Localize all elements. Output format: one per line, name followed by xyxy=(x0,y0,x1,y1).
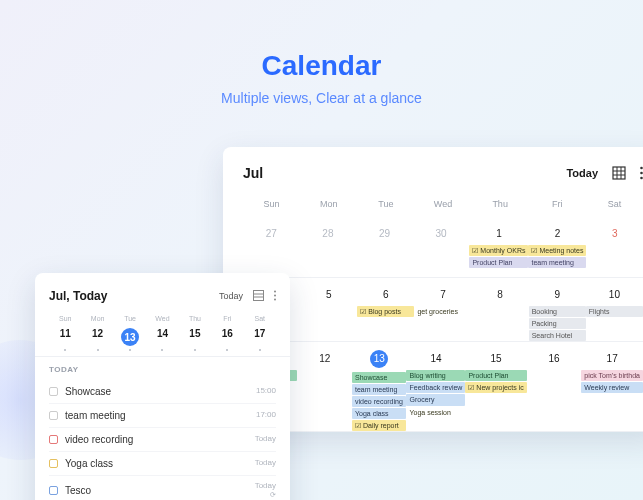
hero-title: Calendar xyxy=(0,0,643,82)
calendar-event[interactable]: Packing xyxy=(529,318,586,329)
svg-point-12 xyxy=(274,295,276,297)
day-of-week-label: Fri xyxy=(211,315,243,322)
date-number: 2 xyxy=(555,228,561,239)
date-number: 30 xyxy=(436,228,447,239)
agenda-date[interactable]: 14 xyxy=(146,326,178,348)
date-cell[interactable]: 1☑ Monthly OKRsProduct Plan xyxy=(469,217,528,277)
view-grid-icon[interactable] xyxy=(612,166,626,180)
date-number: 6 xyxy=(383,289,389,300)
date-number: 14 xyxy=(430,353,441,364)
calendar-event[interactable]: Feedback review xyxy=(406,382,465,393)
agenda-item-meta: Today xyxy=(255,435,276,444)
checkbox-icon[interactable] xyxy=(49,411,58,420)
date-cell[interactable]: 9BookingPackingSearch Hotel xyxy=(529,278,586,341)
date-number: 7 xyxy=(440,289,446,300)
date-cell[interactable]: 3 xyxy=(586,217,643,277)
checkbox-icon[interactable] xyxy=(49,387,58,396)
date-cell[interactable]: 30 xyxy=(413,217,470,277)
agenda-item[interactable]: Yoga classToday xyxy=(49,452,276,476)
calendar-event[interactable]: Flights xyxy=(586,306,643,317)
calendar-event[interactable]: get groceries xyxy=(414,306,471,317)
date-number: 28 xyxy=(322,228,333,239)
calendar-event[interactable]: ☑ Meeting notes xyxy=(528,245,586,256)
agenda-item-meta: Today xyxy=(255,459,276,468)
date-cell[interactable]: 10Flights xyxy=(586,278,643,341)
day-of-week-label: Mon xyxy=(300,195,357,217)
calendar-event[interactable]: Yoga session xyxy=(406,407,465,418)
checkbox-icon[interactable] xyxy=(49,435,58,444)
day-of-week-label: Sat xyxy=(586,195,643,217)
agenda-item[interactable]: TescoToday⟳ xyxy=(49,476,276,500)
date-cell[interactable]: 5 xyxy=(300,278,357,341)
svg-point-5 xyxy=(640,167,643,170)
date-cell[interactable]: 6☑ Blog posts xyxy=(357,278,414,341)
agenda-date[interactable]: 15 xyxy=(179,326,211,348)
svg-point-13 xyxy=(274,299,276,301)
date-number: 3 xyxy=(612,228,618,239)
calendar-event[interactable]: ☑ New projects ic xyxy=(465,382,526,393)
date-cell[interactable]: 15Product Plan☑ New projects ic xyxy=(465,342,526,431)
calendar-event[interactable]: pick Tom's birthda xyxy=(581,370,643,381)
agenda-item-text: video recording xyxy=(65,434,133,445)
agenda-more-icon[interactable] xyxy=(274,287,276,305)
date-number: 15 xyxy=(491,353,502,364)
svg-point-7 xyxy=(640,177,643,180)
date-cell[interactable]: 2☑ Meeting notesteam meeting xyxy=(528,217,586,277)
agenda-date[interactable]: 12 xyxy=(81,326,113,348)
date-number: 10 xyxy=(609,289,620,300)
agenda-date[interactable]: 11 xyxy=(49,326,81,348)
calendar-event[interactable]: Booking xyxy=(529,306,586,317)
date-cell[interactable]: 27 xyxy=(243,217,300,277)
calendar-event[interactable]: ☑ Blog posts xyxy=(357,306,414,317)
calendar-event[interactable]: Yoga class xyxy=(352,408,407,419)
calendar-event[interactable]: Showcase xyxy=(352,372,407,383)
agenda-view-icon[interactable] xyxy=(253,287,264,305)
calendar-event[interactable]: Grocery xyxy=(406,394,465,405)
checkbox-icon[interactable] xyxy=(49,486,58,495)
calendar-event[interactable]: team meeting xyxy=(352,384,407,395)
date-cell[interactable]: 12 xyxy=(297,342,352,431)
date-cell[interactable]: 29 xyxy=(356,217,413,277)
date-cell[interactable]: 28 xyxy=(300,217,357,277)
calendar-event[interactable]: Search Hotel xyxy=(529,330,586,341)
agenda-item-text: Yoga class xyxy=(65,458,113,469)
day-of-week-label: Fri xyxy=(529,195,586,217)
today-button[interactable]: Today xyxy=(566,167,598,179)
calendar-event[interactable]: Blog writing xyxy=(406,370,465,381)
date-cell[interactable]: 14Blog writingFeedback reviewGroceryYoga… xyxy=(406,342,465,431)
calendar-event[interactable]: video recording xyxy=(352,396,407,407)
hero-subtitle: Multiple views, Clear at a glance xyxy=(0,90,643,106)
svg-point-11 xyxy=(274,291,276,293)
date-cell[interactable]: 8 xyxy=(472,278,529,341)
date-cell[interactable]: 13Showcaseteam meetingvideo recordingYog… xyxy=(352,342,407,431)
date-cell[interactable]: 7get groceries xyxy=(414,278,471,341)
date-cell[interactable]: 16 xyxy=(527,342,582,431)
month-title: Jul xyxy=(243,165,263,181)
calendar-event[interactable]: Product Plan xyxy=(469,257,528,268)
agenda-date[interactable]: 16 xyxy=(211,326,243,348)
date-cell[interactable]: 17pick Tom's birthdaWeekly review xyxy=(581,342,643,431)
day-of-week-label: Tue xyxy=(357,195,414,217)
day-of-week-label: Sun xyxy=(49,315,81,322)
agenda-date[interactable]: 17 xyxy=(244,326,276,348)
day-of-week-label: Sat xyxy=(244,315,276,322)
day-of-week-label: Thu xyxy=(472,195,529,217)
agenda-item-text: team meeting xyxy=(65,410,126,421)
agenda-date[interactable]: 13 xyxy=(114,326,146,348)
agenda-item-meta: 17:00 xyxy=(256,411,276,420)
agenda-item[interactable]: video recordingToday xyxy=(49,428,276,452)
date-number: 29 xyxy=(379,228,390,239)
agenda-today-button[interactable]: Today xyxy=(219,291,243,301)
calendar-event[interactable]: Product Plan xyxy=(465,370,526,381)
calendar-event[interactable]: team meeting xyxy=(528,257,586,268)
checkbox-icon[interactable] xyxy=(49,459,58,468)
calendar-event[interactable]: ☑ Daily report xyxy=(352,420,407,431)
day-of-week-label: Wed xyxy=(146,315,178,322)
agenda-item-meta: Today⟳ xyxy=(255,482,276,498)
date-number: 13 xyxy=(370,350,388,368)
agenda-item[interactable]: team meeting17:00 xyxy=(49,404,276,428)
svg-point-6 xyxy=(640,172,643,175)
agenda-item[interactable]: Showcase15:00 xyxy=(49,380,276,404)
calendar-event[interactable]: Weekly review xyxy=(581,382,643,393)
calendar-event[interactable]: ☑ Monthly OKRs xyxy=(469,245,528,256)
